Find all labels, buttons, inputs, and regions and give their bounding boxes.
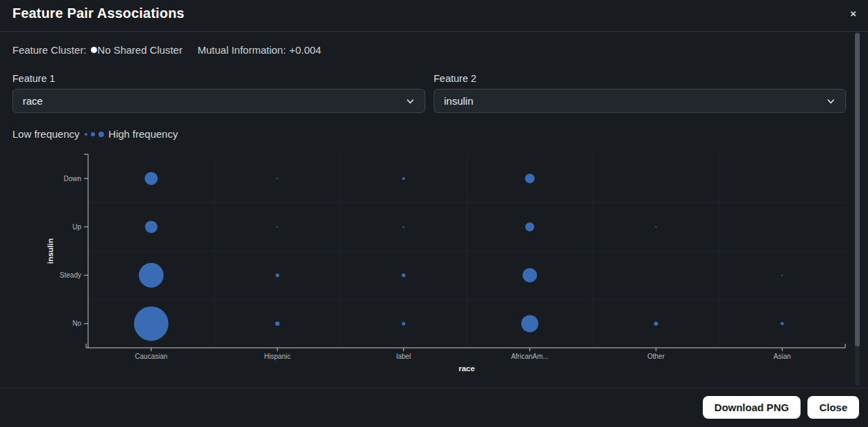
x-tick-label: label xyxy=(396,353,411,360)
bubble-Hispanic-No xyxy=(275,322,279,326)
chevron-down-icon xyxy=(405,96,415,106)
feature-cluster-value: No Shared Cluster xyxy=(98,44,182,56)
bubble-AfricanAm...-No xyxy=(521,315,538,332)
feature2-select[interactable]: insulin xyxy=(434,89,846,113)
x-tick-label: Asian xyxy=(774,353,791,360)
footer: Download PNG Close xyxy=(0,396,868,419)
bubble-Other-No xyxy=(654,322,658,326)
mutual-information-label: Mutual Information: xyxy=(198,44,286,56)
bubble-Caucasian-No xyxy=(134,306,169,341)
bubble-label-Steady xyxy=(402,273,405,277)
feature-pair-associations-modal: Feature Pair Associations × Feature Clus… xyxy=(0,0,868,427)
bubble-Hispanic-Steady xyxy=(275,273,279,277)
header-divider xyxy=(0,31,868,32)
frequency-legend: Low frequency High frequency xyxy=(12,128,178,140)
bubble-label-Up xyxy=(403,226,404,227)
legend-size-dots xyxy=(85,132,104,137)
legend-low-label: Low frequency xyxy=(12,128,80,140)
close-button[interactable]: Close xyxy=(807,396,859,419)
feature1-selected-value: race xyxy=(23,95,43,107)
close-icon[interactable]: × xyxy=(850,8,856,19)
cluster-dot-icon xyxy=(91,47,97,53)
feature-cluster-info: Feature Cluster: No Shared Cluster Mutua… xyxy=(12,44,321,56)
x-tick-label: Hispanic xyxy=(264,353,290,360)
bubble-Caucasian-Down xyxy=(145,172,158,185)
scrollbar[interactable] xyxy=(855,32,860,386)
y-tick-label: Down xyxy=(63,175,81,183)
bubble-Hispanic-Down xyxy=(277,178,278,179)
chevron-down-icon xyxy=(826,96,836,106)
bubble-Caucasian-Steady xyxy=(139,263,164,288)
bubble-label-Down xyxy=(402,177,405,180)
bubble-AfricanAm...-Up xyxy=(525,222,534,231)
y-tick-label: Up xyxy=(72,223,81,231)
feature-cluster-label: Feature Cluster: xyxy=(12,44,87,56)
x-tick-label: Caucasian xyxy=(135,353,167,360)
x-axis-title: race xyxy=(458,364,475,373)
medium-dot-icon xyxy=(91,132,95,136)
feature2-selected-value: insulin xyxy=(444,95,474,107)
large-dot-icon xyxy=(98,132,104,137)
bubble-Hispanic-Up xyxy=(277,226,278,227)
legend-high-label: High frequency xyxy=(109,128,178,140)
bubble-Other-Up xyxy=(655,226,657,227)
bubble-Caucasian-Up xyxy=(145,220,158,233)
bubble-Asian-Steady xyxy=(781,275,783,276)
bubble-AfricanAm...-Down xyxy=(525,174,535,183)
footer-divider xyxy=(0,388,868,388)
y-tick-label: Steady xyxy=(60,271,81,279)
mutual-information-value: +0.004 xyxy=(289,44,321,56)
bubble-AfricanAm...-Steady xyxy=(522,268,537,282)
feature1-label: Feature 1 xyxy=(12,73,55,84)
bubble-Asian-No xyxy=(781,322,784,326)
small-dot-icon xyxy=(85,133,87,136)
bubble-label-No xyxy=(402,322,405,325)
x-tick-label: AfricanAm... xyxy=(511,353,548,360)
x-tick-label: Other xyxy=(647,353,665,360)
mutual-information: Mutual Information:+0.004 xyxy=(198,44,321,56)
bubble-chart: DownUpSteadyNoCaucasianHispaniclabelAfri… xyxy=(0,148,868,386)
feature2-label: Feature 2 xyxy=(434,73,476,84)
download-png-button[interactable]: Download PNG xyxy=(703,396,801,419)
page-title: Feature Pair Associations xyxy=(12,6,184,21)
y-axis-title: insulin xyxy=(46,238,54,264)
scrollbar-thumb[interactable] xyxy=(855,33,860,346)
y-tick-label: No xyxy=(72,320,81,327)
feature1-select[interactable]: race xyxy=(12,89,425,113)
